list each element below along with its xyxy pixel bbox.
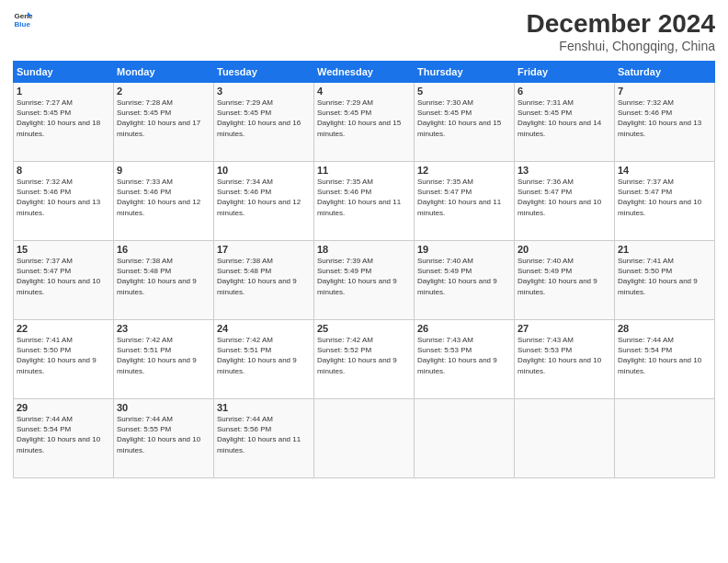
- day-number: 19: [417, 244, 511, 255]
- day-number: 13: [518, 165, 611, 176]
- day-info: Sunrise: 7:27 AMSunset: 5:45 PMDaylight:…: [17, 98, 100, 138]
- subtitle: Fenshui, Chongqing, China: [527, 39, 715, 53]
- day-info: Sunrise: 7:29 AMSunset: 5:45 PMDaylight:…: [317, 98, 401, 138]
- day-number: 22: [17, 323, 110, 334]
- calendar-cell: 25 Sunrise: 7:42 AMSunset: 5:52 PMDaylig…: [314, 320, 415, 399]
- day-info: Sunrise: 7:32 AMSunset: 5:46 PMDaylight:…: [618, 98, 701, 138]
- day-info: Sunrise: 7:43 AMSunset: 5:53 PMDaylight:…: [417, 336, 497, 375]
- day-info: Sunrise: 7:40 AMSunset: 5:49 PMDaylight:…: [518, 257, 597, 296]
- day-info: Sunrise: 7:44 AMSunset: 5:56 PMDaylight:…: [217, 415, 301, 454]
- day-info: Sunrise: 7:44 AMSunset: 5:54 PMDaylight:…: [17, 415, 100, 454]
- day-number: 16: [117, 244, 210, 255]
- day-info: Sunrise: 7:38 AMSunset: 5:48 PMDaylight:…: [117, 257, 197, 296]
- day-info: Sunrise: 7:44 AMSunset: 5:54 PMDaylight:…: [618, 336, 701, 375]
- calendar-week-5: 29 Sunrise: 7:44 AMSunset: 5:54 PMDaylig…: [14, 399, 715, 478]
- day-number: 14: [618, 165, 711, 176]
- day-number: 12: [417, 165, 511, 176]
- calendar-cell: 15 Sunrise: 7:37 AMSunset: 5:47 PMDaylig…: [14, 241, 114, 320]
- day-number: 29: [17, 402, 110, 413]
- day-info: Sunrise: 7:28 AMSunset: 5:45 PMDaylight:…: [117, 98, 200, 138]
- column-header-thursday: Thursday: [415, 62, 515, 83]
- month-title: December 2024: [527, 9, 715, 39]
- calendar-cell: 28 Sunrise: 7:44 AMSunset: 5:54 PMDaylig…: [615, 320, 715, 399]
- day-number: 9: [117, 165, 210, 176]
- day-info: Sunrise: 7:38 AMSunset: 5:48 PMDaylight:…: [217, 257, 297, 296]
- calendar-cell: 2 Sunrise: 7:28 AMSunset: 5:45 PMDayligh…: [114, 83, 214, 162]
- calendar-cell: [515, 399, 615, 478]
- day-info: Sunrise: 7:33 AMSunset: 5:46 PMDaylight:…: [117, 178, 200, 217]
- calendar-cell: 31 Sunrise: 7:44 AMSunset: 5:56 PMDaylig…: [214, 399, 314, 478]
- day-info: Sunrise: 7:40 AMSunset: 5:49 PMDaylight:…: [417, 257, 497, 296]
- column-header-friday: Friday: [515, 62, 615, 83]
- calendar-cell: [314, 399, 415, 478]
- calendar-table: SundayMondayTuesdayWednesdayThursdayFrid…: [13, 61, 715, 478]
- day-number: 4: [317, 86, 411, 97]
- day-info: Sunrise: 7:41 AMSunset: 5:50 PMDaylight:…: [618, 257, 698, 296]
- calendar-cell: 30 Sunrise: 7:44 AMSunset: 5:55 PMDaylig…: [114, 399, 214, 478]
- calendar-cell: 4 Sunrise: 7:29 AMSunset: 5:45 PMDayligh…: [314, 83, 415, 162]
- day-info: Sunrise: 7:41 AMSunset: 5:50 PMDaylight:…: [17, 336, 97, 375]
- calendar-cell: 29 Sunrise: 7:44 AMSunset: 5:54 PMDaylig…: [14, 399, 114, 478]
- day-info: Sunrise: 7:29 AMSunset: 5:45 PMDaylight:…: [217, 98, 301, 138]
- day-info: Sunrise: 7:36 AMSunset: 5:47 PMDaylight:…: [518, 178, 601, 217]
- calendar-cell: 19 Sunrise: 7:40 AMSunset: 5:49 PMDaylig…: [415, 241, 515, 320]
- day-number: 3: [217, 86, 311, 97]
- day-info: Sunrise: 7:35 AMSunset: 5:47 PMDaylight:…: [417, 178, 501, 217]
- calendar-week-3: 15 Sunrise: 7:37 AMSunset: 5:47 PMDaylig…: [14, 241, 715, 320]
- day-number: 20: [518, 244, 611, 255]
- day-info: Sunrise: 7:31 AMSunset: 5:45 PMDaylight:…: [518, 98, 601, 138]
- calendar-cell: 10 Sunrise: 7:34 AMSunset: 5:46 PMDaylig…: [214, 162, 314, 241]
- day-number: 8: [17, 165, 110, 176]
- day-info: Sunrise: 7:42 AMSunset: 5:51 PMDaylight:…: [217, 336, 297, 375]
- day-info: Sunrise: 7:42 AMSunset: 5:52 PMDaylight:…: [317, 336, 397, 375]
- day-info: Sunrise: 7:44 AMSunset: 5:55 PMDaylight:…: [117, 415, 200, 454]
- calendar-cell: 21 Sunrise: 7:41 AMSunset: 5:50 PMDaylig…: [615, 241, 715, 320]
- day-number: 23: [117, 323, 210, 334]
- column-header-monday: Monday: [114, 62, 214, 83]
- calendar-cell: 7 Sunrise: 7:32 AMSunset: 5:46 PMDayligh…: [615, 83, 715, 162]
- column-header-saturday: Saturday: [615, 62, 715, 83]
- day-number: 18: [317, 244, 411, 255]
- calendar-week-4: 22 Sunrise: 7:41 AMSunset: 5:50 PMDaylig…: [14, 320, 715, 399]
- calendar-cell: 26 Sunrise: 7:43 AMSunset: 5:53 PMDaylig…: [415, 320, 515, 399]
- day-info: Sunrise: 7:32 AMSunset: 5:46 PMDaylight:…: [17, 178, 100, 217]
- day-number: 15: [17, 244, 110, 255]
- svg-text:Blue: Blue: [14, 20, 30, 29]
- calendar-week-2: 8 Sunrise: 7:32 AMSunset: 5:46 PMDayligh…: [14, 162, 715, 241]
- calendar-cell: 12 Sunrise: 7:35 AMSunset: 5:47 PMDaylig…: [415, 162, 515, 241]
- calendar-cell: 1 Sunrise: 7:27 AMSunset: 5:45 PMDayligh…: [14, 83, 114, 162]
- calendar-week-1: 1 Sunrise: 7:27 AMSunset: 5:45 PMDayligh…: [14, 83, 715, 162]
- day-number: 28: [618, 323, 711, 334]
- calendar-cell: 20 Sunrise: 7:40 AMSunset: 5:49 PMDaylig…: [515, 241, 615, 320]
- calendar-cell: 6 Sunrise: 7:31 AMSunset: 5:45 PMDayligh…: [515, 83, 615, 162]
- day-number: 7: [618, 86, 711, 97]
- calendar-cell: 11 Sunrise: 7:35 AMSunset: 5:46 PMDaylig…: [314, 162, 415, 241]
- calendar-cell: 14 Sunrise: 7:37 AMSunset: 5:47 PMDaylig…: [615, 162, 715, 241]
- calendar-cell: 22 Sunrise: 7:41 AMSunset: 5:50 PMDaylig…: [14, 320, 114, 399]
- calendar-cell: 16 Sunrise: 7:38 AMSunset: 5:48 PMDaylig…: [114, 241, 214, 320]
- day-number: 26: [417, 323, 511, 334]
- calendar-cell: 17 Sunrise: 7:38 AMSunset: 5:48 PMDaylig…: [214, 241, 314, 320]
- calendar-cell: 9 Sunrise: 7:33 AMSunset: 5:46 PMDayligh…: [114, 162, 214, 241]
- day-info: Sunrise: 7:37 AMSunset: 5:47 PMDaylight:…: [17, 257, 100, 296]
- day-number: 30: [117, 402, 210, 413]
- day-info: Sunrise: 7:43 AMSunset: 5:53 PMDaylight:…: [518, 336, 601, 375]
- day-number: 10: [217, 165, 311, 176]
- day-info: Sunrise: 7:35 AMSunset: 5:46 PMDaylight:…: [317, 178, 401, 217]
- svg-text:General: General: [14, 12, 33, 20]
- logo: General Blue: [13, 9, 33, 29]
- calendar-body: 1 Sunrise: 7:27 AMSunset: 5:45 PMDayligh…: [14, 83, 715, 478]
- calendar-cell: 23 Sunrise: 7:42 AMSunset: 5:51 PMDaylig…: [114, 320, 214, 399]
- day-number: 17: [217, 244, 311, 255]
- day-number: 27: [518, 323, 611, 334]
- day-info: Sunrise: 7:34 AMSunset: 5:46 PMDaylight:…: [217, 178, 301, 217]
- calendar-cell: [415, 399, 515, 478]
- day-number: 24: [217, 323, 311, 334]
- header: General Blue December 2024 Fenshui, Chon…: [13, 9, 715, 53]
- day-number: 31: [217, 402, 311, 413]
- logo-icon: General Blue: [13, 9, 33, 29]
- day-info: Sunrise: 7:30 AMSunset: 5:45 PMDaylight:…: [417, 98, 501, 138]
- calendar-cell: 3 Sunrise: 7:29 AMSunset: 5:45 PMDayligh…: [214, 83, 314, 162]
- day-number: 2: [117, 86, 210, 97]
- day-info: Sunrise: 7:42 AMSunset: 5:51 PMDaylight:…: [117, 336, 197, 375]
